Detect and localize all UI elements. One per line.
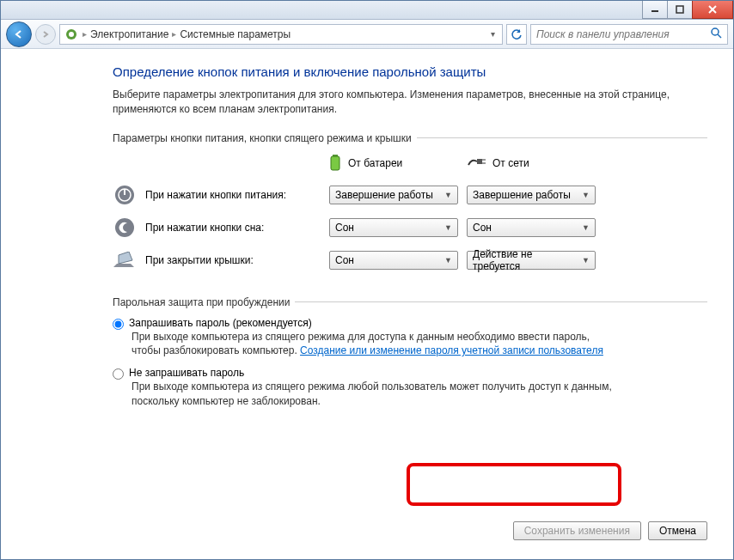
page-intro: Выберите параметры электропитания для эт…	[113, 88, 707, 117]
lid-close-battery-dropdown[interactable]: Сон▼	[329, 251, 458, 270]
chevron-down-icon: ▼	[444, 256, 452, 265]
refresh-button[interactable]	[506, 24, 527, 45]
svg-point-5	[69, 32, 74, 37]
ac-column-header: От сети	[467, 153, 604, 174]
password-protection-section: Парольная защита при пробуждении Запраши…	[113, 296, 707, 409]
power-button-label: При нажатии кнопки питания:	[145, 189, 321, 201]
power-buttons-legend: Параметры кнопки питания, кнопки спящего…	[113, 132, 417, 144]
sleep-button-label: При нажатии кнопки сна:	[145, 222, 321, 234]
breadcrumb-item-power[interactable]: Электропитание	[90, 28, 168, 40]
sleep-button-battery-dropdown[interactable]: Сон▼	[329, 218, 458, 237]
power-icon	[113, 183, 137, 207]
page-title: Определение кнопок питания и включение п…	[113, 64, 707, 79]
laptop-icon	[113, 248, 137, 272]
sleep-button-row: При нажатии кнопки сна: Сон▼ Сон▼	[113, 216, 707, 240]
svg-line-7	[718, 34, 721, 38]
lid-close-row: При закрытии крышки: Сон▼ Действие не тр…	[113, 248, 707, 272]
maximize-button[interactable]	[667, 1, 693, 19]
norequire-password-desc: При выходе компьютера из спящего режима …	[132, 380, 613, 409]
svg-point-16	[115, 218, 134, 237]
titlebar	[1, 1, 733, 20]
svg-point-6	[712, 28, 719, 35]
close-button[interactable]	[692, 1, 733, 19]
column-headers: От батареи От сети	[329, 153, 707, 174]
create-password-link[interactable]: Создание или изменение пароля учетной за…	[300, 344, 603, 356]
norequire-password-label: Не запрашивать пароль	[129, 367, 244, 379]
password-legend: Парольная защита при пробуждении	[113, 296, 295, 308]
footer-buttons: Сохранить изменения Отмена	[513, 521, 707, 540]
chevron-down-icon: ▼	[582, 191, 590, 199]
dropdown-value: Завершение работы	[335, 189, 433, 201]
power-button-row: При нажатии кнопки питания: Завершение р…	[113, 183, 707, 207]
dropdown-value: Действие не требуется	[473, 248, 582, 272]
save-button[interactable]: Сохранить изменения	[513, 521, 641, 540]
dropdown-value: Сон	[335, 222, 354, 234]
chevron-down-icon: ▼	[444, 223, 452, 232]
breadcrumb[interactable]: ▸ Электропитание ▸ Системные параметры ▾	[59, 24, 503, 45]
lid-close-label: При закрытии крышки:	[145, 254, 321, 266]
svg-rect-9	[331, 156, 339, 170]
toolbar: ▸ Электропитание ▸ Системные параметры ▾	[1, 20, 733, 49]
chevron-down-icon[interactable]: ▾	[487, 29, 499, 39]
require-password-label: Запрашивать пароль (рекомендуется)	[129, 317, 312, 329]
chevron-down-icon: ▼	[582, 223, 590, 232]
breadcrumb-item-system[interactable]: Системные параметры	[180, 28, 291, 40]
power-buttons-section: Параметры кнопки питания, кнопки спящего…	[113, 132, 707, 281]
chevron-right-icon: ▸	[172, 29, 176, 39]
chevron-right-icon: ▸	[83, 29, 87, 39]
password-radio-group: Запрашивать пароль (рекомендуется) При в…	[113, 317, 707, 409]
power-plan-icon	[64, 27, 79, 42]
search-box[interactable]	[530, 24, 728, 45]
power-button-battery-dropdown[interactable]: Завершение работы▼	[329, 186, 458, 204]
search-input[interactable]	[536, 28, 710, 40]
battery-icon	[329, 153, 341, 174]
battery-column-header: От батареи	[329, 153, 467, 174]
chevron-down-icon: ▼	[582, 256, 590, 265]
control-panel-window: ▸ Электропитание ▸ Системные параметры ▾…	[0, 0, 734, 560]
moon-icon	[113, 216, 137, 240]
cancel-button[interactable]: Отмена	[648, 521, 707, 540]
dropdown-value: Завершение работы	[473, 189, 571, 201]
norequire-password-radio[interactable]	[113, 368, 124, 380]
chevron-down-icon: ▼	[444, 191, 452, 199]
sleep-button-ac-dropdown[interactable]: Сон▼	[467, 218, 596, 237]
svg-rect-10	[477, 159, 482, 164]
minimize-button[interactable]	[642, 1, 668, 19]
ac-label: От сети	[492, 157, 529, 169]
require-password-radio[interactable]	[113, 319, 124, 330]
dropdown-value: Сон	[335, 254, 354, 266]
require-password-option: Запрашивать пароль (рекомендуется) При в…	[113, 317, 707, 359]
battery-label: От батареи	[348, 157, 402, 169]
require-password-desc: При выходе компьютера из спящего режима …	[132, 330, 613, 359]
power-button-ac-dropdown[interactable]: Завершение работы▼	[467, 186, 596, 204]
nav-forward-button[interactable]	[35, 24, 56, 45]
svg-rect-1	[676, 6, 683, 13]
search-icon[interactable]	[710, 27, 722, 41]
content-area: Определение кнопок питания и включение п…	[1, 49, 733, 559]
norequire-password-option: Не запрашивать пароль При выходе компьют…	[113, 367, 707, 409]
nav-back-button[interactable]	[6, 21, 32, 47]
dropdown-value: Сон	[473, 222, 492, 234]
lid-close-ac-dropdown[interactable]: Действие не требуется▼	[467, 251, 596, 270]
plug-icon	[467, 156, 486, 171]
window-controls	[643, 1, 733, 19]
